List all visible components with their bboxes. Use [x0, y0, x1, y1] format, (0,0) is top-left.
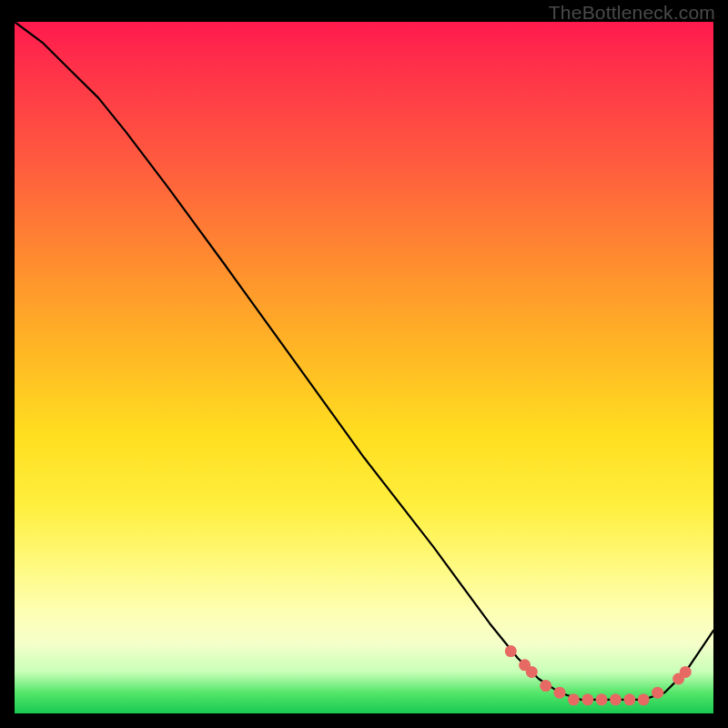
data-point: [505, 645, 517, 657]
bottleneck-curve: [15, 22, 713, 700]
data-point: [526, 666, 538, 678]
watermark-text: TheBottleneck.com: [549, 2, 715, 24]
data-point: [680, 666, 692, 678]
chart-frame: TheBottleneck.com: [0, 0, 728, 728]
data-point: [596, 693, 608, 705]
data-point: [568, 693, 580, 705]
data-points: [505, 645, 692, 705]
data-point: [581, 693, 593, 705]
data-point: [540, 680, 551, 692]
plot-area: [15, 22, 713, 713]
data-point: [623, 693, 635, 705]
data-point: [610, 693, 622, 705]
data-point: [652, 687, 663, 699]
curve-layer: [15, 22, 713, 713]
data-point: [638, 693, 650, 705]
data-point: [554, 687, 566, 699]
